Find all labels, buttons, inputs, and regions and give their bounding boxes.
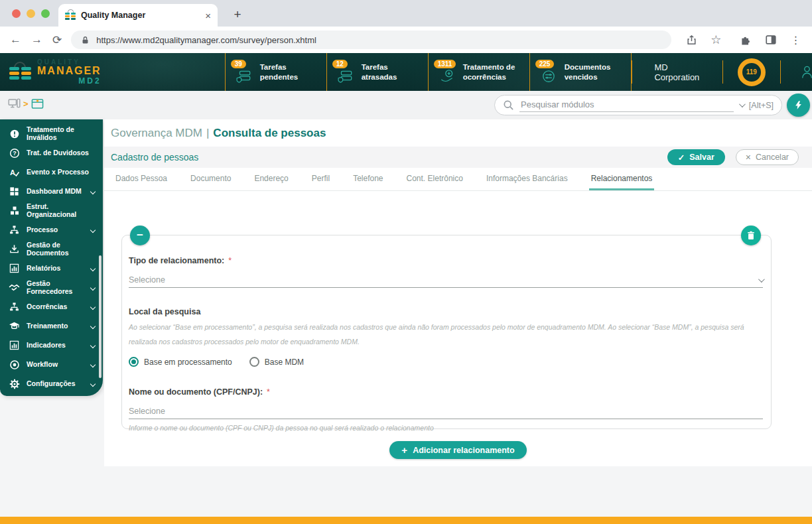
quick-actions-button[interactable] [787,94,810,117]
count-badge: 1311 [434,60,456,68]
question-circle-icon: ? [9,147,20,159]
count-badge: 225 [535,60,555,68]
radio-base-processamento[interactable]: Base em processamento [129,357,232,367]
logo-md2-text: MD2 [37,77,102,86]
local-pesquisa-help: Ao selecionar “Base em processamento”, a… [129,320,764,349]
sidebar-scrollbar[interactable] [99,255,102,378]
tipo-relacionamento-select[interactable] [129,275,763,288]
sidebar-item-treinamento[interactable]: Treinamento [0,316,103,336]
browser-menu-icon[interactable]: ⋮ [790,34,801,46]
sidebar-item-evento-processo[interactable]: A Evento x Processo [0,163,103,182]
tab-dados-pessoa[interactable]: Dados Pessoa [113,168,169,190]
radio-base-mdm[interactable]: Base MDM [249,357,304,367]
local-pesquisa-group: Local da pesquisa Ao selecionar “Base em… [129,305,763,367]
module-search[interactable]: [Alt+S] [494,95,782,115]
ring-count: 119 [746,68,757,76]
nome-documento-input[interactable] [129,407,763,416]
bar-chart-icon [9,340,20,351]
sidebar-item-gestao-fornecedores[interactable]: Gestão Fornecedores [0,278,103,297]
tab-documento[interactable]: Documento [188,168,233,190]
tab-relacionamentos[interactable]: Relacionamentos [589,168,655,190]
reload-icon[interactable]: ⟳ [52,33,62,47]
sidebar-item-indicadores[interactable]: Indicadores [0,336,103,355]
tab-endereco[interactable]: Endereço [252,168,290,190]
cancel-button[interactable]: × Cancelar [736,149,799,165]
close-window-button[interactable] [12,9,21,18]
sidebar-item-configuracoes[interactable]: Configurações [0,374,103,393]
app-logo[interactable]: QUALITY MANAGER MD2 [0,59,102,86]
bookmark-star-icon[interactable]: ☆ [710,33,721,47]
progress-ring[interactable]: 119 [723,58,780,86]
sidebar-item-ocorrencias[interactable]: Ocorrências [0,297,103,316]
chevron-down-icon [90,342,96,348]
sidebar-item-processo[interactable]: Processo [0,220,103,239]
tab-telefone[interactable]: Telefone [351,168,385,190]
handshake-icon [9,282,20,293]
collapse-panel-button[interactable]: − [130,226,150,245]
address-bar[interactable]: https://www.md2qualitymanager.com/survey… [71,31,671,49]
local-pesquisa-label: Local da pesquisa [129,307,200,316]
new-tab-button[interactable]: + [228,5,247,24]
tab-cont-eletronico[interactable]: Cont. Eletrônico [405,168,465,190]
gear-icon [9,378,20,389]
sidebar-item-relatorios[interactable]: Relatórios [0,259,103,278]
badge-tarefas-atrasadas[interactable]: 12 Tarefas atrasadas [326,53,428,91]
expired-documents-icon [541,68,557,84]
sidebar-item-dashboard-mdm[interactable]: Dashboard MDM [0,182,103,201]
radio-selected-icon [129,357,139,367]
chevron-down-icon [90,285,96,290]
svg-text:?: ? [13,150,17,157]
required-asterisk: * [228,256,232,265]
lightning-icon [793,100,803,110]
maximize-window-button[interactable] [41,9,50,18]
chevron-down-icon [90,381,96,386]
extensions-puzzle-icon[interactable] [740,34,752,46]
chevron-down-icon [90,227,96,232]
share-icon[interactable] [686,34,697,46]
minimize-window-button[interactable] [27,9,35,18]
target-icon [9,359,20,370]
forward-icon[interactable]: → [31,33,42,46]
sitemap-icon [9,301,20,312]
badge-tarefas-pendentes[interactable]: 39 Tarefas pendentes [225,53,326,91]
desktop-icon[interactable] [8,98,21,110]
module-window-icon[interactable] [31,98,44,110]
side-panel-icon[interactable] [765,34,777,46]
badge-label: Tarefas pendentes [260,62,317,82]
tab-informacoes-bancarias[interactable]: Informações Bancárias [484,168,570,190]
back-icon[interactable]: ← [10,33,21,46]
browser-tab[interactable]: Quality Manager × [58,4,218,27]
nome-documento-select[interactable] [129,407,763,419]
user-icon [799,64,812,80]
tab-close-icon[interactable]: × [205,10,211,21]
save-button[interactable]: ✓ Salvar [667,149,725,165]
search-input[interactable] [519,98,734,112]
sidebar-item-workflow[interactable]: Workflow [0,355,103,374]
sidebar-item-gestao-documentos[interactable]: Gestão de Documentos [0,239,103,259]
footer-accent-bar [0,517,812,524]
exclamation-circle-icon [9,128,20,139]
badge-label: Tratamento de ocorrências [463,62,520,82]
sidebar-item-tratamento-invalidos[interactable]: Tratamento de Inválidos [0,124,103,143]
section-title: Cadastro de pessoas [111,152,198,163]
delete-panel-button[interactable] [741,226,761,245]
chevron-down-icon[interactable] [739,101,746,107]
badge-documentos-vencidos[interactable]: 225 Documentos vencidos [529,53,632,91]
window-controls[interactable] [12,9,50,18]
badge-label: Documentos vencidos [565,62,622,82]
tipo-relacionamento-input[interactable] [129,275,758,285]
title-separator: | [202,127,213,139]
breadcrumb-separator: > [23,99,29,109]
search-shortcut: [Alt+S] [749,101,774,110]
user-menu[interactable]: Willian [781,64,812,80]
nome-documento-help: Informe o nome ou documento (CPF ou CNPJ… [129,421,764,435]
radio-unselected-icon [249,357,259,367]
sidebar-item-trat-duvidosos[interactable]: ? Trat. de Duvidosos [0,143,103,163]
sidebar-item-estrut-organizacional[interactable]: Estrut. Organizacional [0,201,103,220]
browser-toolbar: ← → ⟳ https://www.md2qualitymanager.com/… [0,27,812,53]
tab-perfil[interactable]: Perfil [310,168,332,190]
chevron-down-icon[interactable] [758,276,765,283]
x-icon: × [746,152,751,163]
add-relationship-button[interactable]: + Adicionar relacionamento [389,441,526,459]
badge-tratamento-ocorrencias[interactable]: 1311 Tratamento de ocorrências [428,53,529,91]
